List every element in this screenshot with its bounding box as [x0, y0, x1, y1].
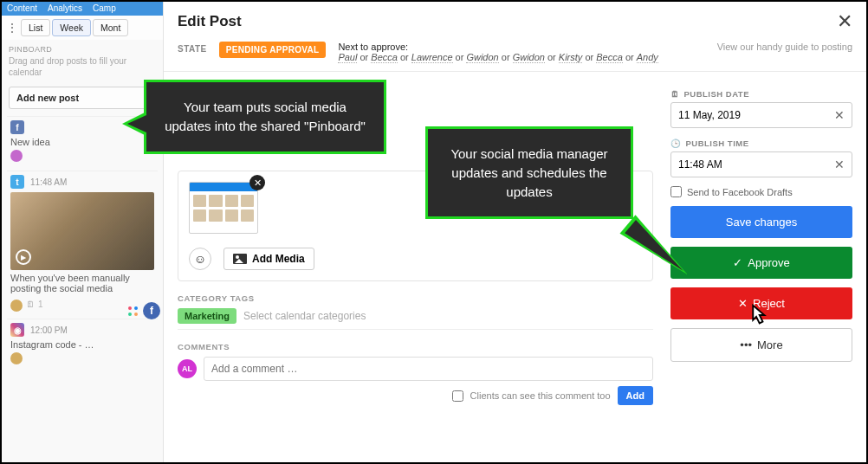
- avatar: [10, 300, 23, 312]
- check-icon: ✓: [733, 256, 742, 269]
- nav-campaigns[interactable]: Camp: [93, 3, 116, 14]
- comment-input[interactable]: [204, 357, 653, 381]
- clear-time-icon[interactable]: ✕: [834, 158, 845, 171]
- clients-see-label: Clients can see this comment too: [470, 390, 611, 401]
- tags-placeholder: Select calendar categories: [243, 310, 366, 322]
- tab-list[interactable]: List: [21, 19, 50, 36]
- facebook-icon[interactable]: f: [143, 302, 160, 319]
- annotation-callout: Your team puts social media updates into…: [144, 80, 386, 154]
- avatar: [10, 150, 23, 162]
- calendar-icon: 🗓: [670, 89, 680, 99]
- tab-month[interactable]: Mont: [93, 19, 128, 36]
- approvers-list: Next to approve: Paul or Becca or Lawren…: [338, 42, 657, 62]
- approve-button[interactable]: ✓ Approve: [670, 247, 852, 279]
- card-title: Instagram code - …: [10, 339, 154, 350]
- state-label: STATE: [178, 42, 207, 54]
- pinboard-heading: PINBOARD: [2, 40, 163, 55]
- publish-time-label: PUBLISH TIME: [686, 139, 749, 148]
- pinboard-card[interactable]: t 11:48 AM ▶ When you've been manually p…: [7, 171, 158, 315]
- publish-date-label: PUBLISH DATE: [684, 89, 750, 99]
- image-icon: [233, 254, 247, 264]
- card-title: When you've been manually posting the so…: [10, 273, 154, 293]
- guide-link[interactable]: View our handy guide to posting: [717, 42, 852, 52]
- pinboard-help: Drag and drop posts to fill your calenda…: [2, 55, 163, 83]
- tags-row[interactable]: Marketing Select calendar categories: [178, 303, 653, 330]
- card-count: 1: [38, 300, 43, 309]
- publish-time-input[interactable]: 11:48 AM ✕: [670, 151, 852, 177]
- nav-content[interactable]: Content: [7, 3, 37, 14]
- card-title: New idea: [10, 137, 154, 147]
- more-button[interactable]: ••• More: [670, 328, 852, 362]
- facebook-icon: f: [10, 120, 24, 134]
- channel-picker[interactable]: f: [128, 302, 160, 319]
- add-comment-button[interactable]: Add: [618, 386, 653, 405]
- card-image: ▶: [10, 192, 154, 270]
- grid-icon: [128, 306, 138, 316]
- tag-chip[interactable]: Marketing: [178, 308, 236, 324]
- reject-button[interactable]: ✕ Reject: [670, 287, 852, 319]
- fb-drafts-label: Send to Facebook Drafts: [687, 187, 793, 197]
- ellipsis-icon: •••: [740, 338, 752, 351]
- fb-drafts-checkbox[interactable]: [670, 186, 682, 197]
- emoji-button[interactable]: ☺: [189, 248, 211, 270]
- avatar: [10, 352, 23, 364]
- comment-avatar: AL: [178, 359, 197, 378]
- state-badge: PENDING APPROVAL: [219, 42, 327, 58]
- card-time: 12:00 PM: [30, 325, 68, 335]
- twitter-icon: t: [10, 175, 24, 189]
- play-icon: ▶: [16, 249, 31, 265]
- clock-icon: 🕒: [670, 139, 682, 148]
- instagram-icon: ◉: [10, 323, 24, 337]
- clients-see-checkbox[interactable]: [452, 390, 463, 402]
- top-nav: Content Analytics Camp: [2, 2, 163, 16]
- add-media-button[interactable]: Add Media: [223, 248, 314, 270]
- card-time: 11:48 AM: [30, 177, 67, 187]
- edit-post-modal: Edit Post ✕ STATE PENDING APPROVAL Next …: [164, 2, 866, 462]
- remove-media-icon[interactable]: ✕: [249, 175, 265, 190]
- category-tags-label: CATEGORY TAGS: [178, 293, 653, 303]
- add-new-post-button[interactable]: Add new post: [9, 87, 156, 109]
- view-tabs: ⋮ List Week Mont: [2, 16, 163, 40]
- comments-label: COMMENTS: [178, 342, 653, 351]
- next-approve-label: Next to approve:: [338, 42, 408, 52]
- calendar-icon: 🗓: [26, 300, 35, 309]
- close-icon[interactable]: ✕: [837, 10, 852, 33]
- media-thumbnail[interactable]: ✕: [189, 182, 258, 234]
- pinboard-card[interactable]: ◉ 12:00 PM Instagram code - …: [7, 319, 158, 370]
- menu-dots-icon[interactable]: ⋮: [5, 21, 19, 35]
- close-icon: ✕: [738, 297, 748, 310]
- modal-title: Edit Post: [178, 13, 242, 30]
- nav-analytics[interactable]: Analytics: [48, 3, 82, 14]
- tab-week[interactable]: Week: [52, 19, 91, 36]
- annotation-callout: Your social media manager updates and sc…: [425, 126, 633, 219]
- save-changes-button[interactable]: Save changes: [670, 206, 852, 238]
- clear-date-icon[interactable]: ✕: [834, 108, 845, 122]
- publish-date-input[interactable]: 11 May, 2019 ✕: [670, 102, 852, 128]
- background-sidebar: Content Analytics Camp ⋮ List Week Mont …: [2, 2, 164, 462]
